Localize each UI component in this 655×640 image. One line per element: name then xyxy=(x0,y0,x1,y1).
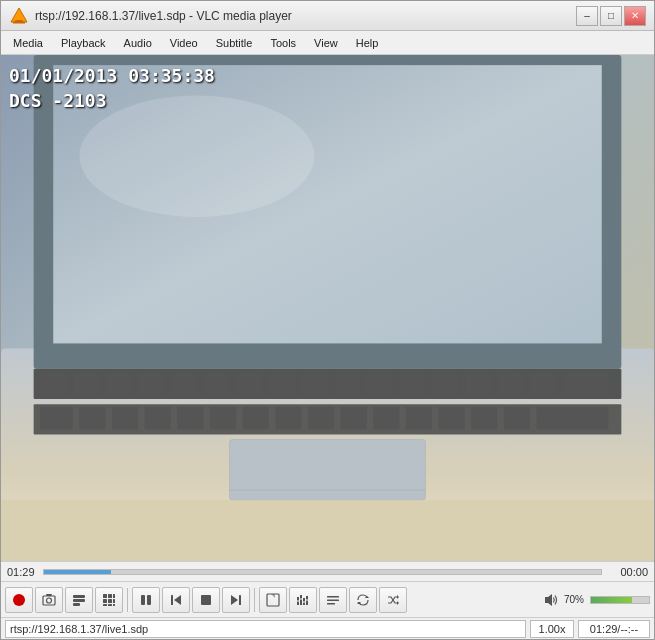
svg-rect-14 xyxy=(171,371,197,394)
svg-rect-75 xyxy=(300,595,302,605)
extended-controls-button[interactable] xyxy=(65,587,93,613)
minimize-button[interactable]: – xyxy=(576,6,598,26)
svg-rect-12 xyxy=(105,371,131,394)
svg-rect-36 xyxy=(308,407,334,430)
video-area[interactable]: 01/01/2013 03:35:38 DCS -2103 xyxy=(1,55,654,561)
svg-rect-10 xyxy=(40,371,66,394)
svg-rect-66 xyxy=(147,595,151,605)
menu-view[interactable]: View xyxy=(306,35,346,51)
prev-button[interactable] xyxy=(162,587,190,613)
svg-rect-82 xyxy=(327,596,339,598)
svg-rect-16 xyxy=(236,371,262,394)
svg-point-51 xyxy=(47,598,52,603)
svg-rect-38 xyxy=(373,407,399,430)
svg-rect-2 xyxy=(13,22,25,24)
svg-rect-17 xyxy=(269,371,295,394)
svg-rect-24 xyxy=(497,371,523,394)
svg-rect-26 xyxy=(563,371,609,394)
title-left: rtsp://192.168.1.37/live1.sdp - VLC medi… xyxy=(9,6,292,26)
svg-rect-19 xyxy=(334,371,360,394)
svg-rect-31 xyxy=(145,407,171,430)
svg-marker-89 xyxy=(545,594,552,606)
menu-help[interactable]: Help xyxy=(348,35,387,51)
svg-rect-29 xyxy=(79,407,105,430)
svg-rect-83 xyxy=(327,599,339,601)
volume-percent: 70% xyxy=(562,594,586,605)
svg-rect-15 xyxy=(203,371,229,394)
snapshot-button[interactable] xyxy=(35,587,63,613)
progress-fill xyxy=(44,570,111,574)
svg-rect-48 xyxy=(1,500,654,561)
svg-rect-53 xyxy=(73,595,85,598)
svg-rect-42 xyxy=(504,407,530,430)
svg-rect-30 xyxy=(112,407,138,430)
frame-button[interactable] xyxy=(95,587,123,613)
menu-tools[interactable]: Tools xyxy=(262,35,304,51)
time-remaining: 00:00 xyxy=(608,566,648,578)
pause-button[interactable] xyxy=(132,587,160,613)
svg-rect-58 xyxy=(103,599,107,603)
svg-point-49 xyxy=(13,594,25,606)
svg-rect-34 xyxy=(243,407,269,430)
separator-2 xyxy=(254,588,255,612)
equalizer-button[interactable] xyxy=(289,587,317,613)
volume-icon[interactable] xyxy=(542,592,558,608)
svg-rect-69 xyxy=(201,595,211,605)
time-elapsed: 01:29 xyxy=(7,566,37,578)
svg-rect-23 xyxy=(465,371,491,394)
svg-marker-0 xyxy=(11,8,27,22)
menu-playback[interactable]: Playback xyxy=(53,35,114,51)
close-button[interactable]: ✕ xyxy=(624,6,646,26)
title-text: rtsp://192.168.1.37/live1.sdp - VLC medi… xyxy=(35,9,292,23)
svg-rect-28 xyxy=(40,407,73,430)
menu-bar: Media Playback Audio Video Subtitle Tool… xyxy=(1,31,654,55)
progress-area: 01:29 00:00 xyxy=(1,561,654,581)
svg-rect-54 xyxy=(73,599,85,602)
svg-marker-87 xyxy=(397,595,399,599)
video-frame xyxy=(1,55,654,561)
svg-marker-88 xyxy=(397,601,399,605)
playlist-button[interactable] xyxy=(319,587,347,613)
next-button[interactable] xyxy=(222,587,250,613)
svg-rect-55 xyxy=(73,603,80,606)
maximize-button[interactable]: □ xyxy=(600,6,622,26)
svg-rect-18 xyxy=(301,371,327,394)
svg-rect-33 xyxy=(210,407,236,430)
shuffle-button[interactable] xyxy=(379,587,407,613)
menu-video[interactable]: Video xyxy=(162,35,206,51)
svg-rect-68 xyxy=(171,595,173,605)
svg-rect-13 xyxy=(138,371,164,394)
menu-subtitle[interactable]: Subtitle xyxy=(208,35,261,51)
app-window: rtsp://192.168.1.37/live1.sdp - VLC medi… xyxy=(0,0,655,640)
title-controls: – □ ✕ xyxy=(576,6,646,26)
progress-bar[interactable] xyxy=(43,569,602,575)
svg-rect-71 xyxy=(239,595,241,605)
svg-point-8 xyxy=(79,95,314,216)
svg-rect-56 xyxy=(103,594,107,598)
svg-rect-32 xyxy=(177,407,203,430)
svg-rect-37 xyxy=(341,407,367,430)
menu-media[interactable]: Media xyxy=(5,35,51,51)
svg-rect-62 xyxy=(113,594,115,598)
svg-rect-11 xyxy=(73,371,99,394)
vlc-icon xyxy=(9,6,29,26)
svg-rect-43 xyxy=(536,407,608,430)
status-url[interactable] xyxy=(5,620,526,638)
status-time: 01:29/--:-- xyxy=(578,620,650,638)
svg-rect-57 xyxy=(108,594,112,598)
volume-bar[interactable] xyxy=(590,596,650,604)
controls-bar: 70% xyxy=(1,581,654,617)
fullscreen-button[interactable] xyxy=(259,587,287,613)
svg-rect-60 xyxy=(103,604,107,606)
svg-rect-65 xyxy=(141,595,145,605)
separator-1 xyxy=(127,588,128,612)
menu-audio[interactable]: Audio xyxy=(116,35,160,51)
loop-button[interactable] xyxy=(349,587,377,613)
stop-button[interactable] xyxy=(192,587,220,613)
record-button[interactable] xyxy=(5,587,33,613)
status-speed[interactable]: 1.00x xyxy=(530,620,574,638)
svg-rect-52 xyxy=(46,594,52,596)
svg-rect-21 xyxy=(399,371,425,394)
svg-rect-35 xyxy=(275,407,301,430)
svg-rect-64 xyxy=(113,604,115,606)
